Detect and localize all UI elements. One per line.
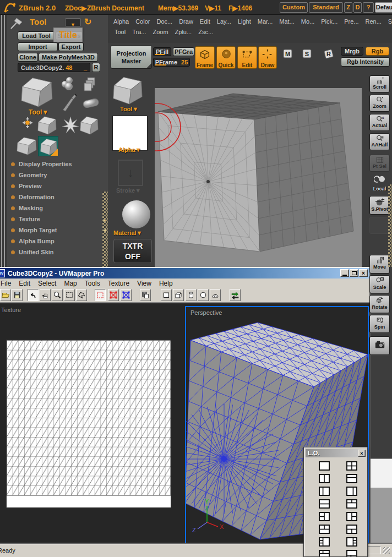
cube-tool-thumbnail[interactable] [37,115,57,135]
layout-option-vsplit[interactable] [319,474,331,484]
import-button[interactable]: Import [18,42,58,51]
move-canvas-button[interactable]: Move [369,255,390,274]
menu-preferences[interactable]: Pre... [344,18,358,25]
map-planar-button[interactable] [161,289,172,301]
strip-tool-label[interactable]: Tool▼ [120,106,138,112]
section-morph-target[interactable]: Morph Target [11,226,57,234]
draw-button[interactable]: Draw [258,46,277,69]
zdoc-menu[interactable]: ZDoc▶ [65,4,86,12]
spivot-button[interactable]: S.Pivot [369,196,390,215]
layout-option-vleft-h[interactable] [319,512,331,522]
section-texture[interactable]: Texture [11,215,40,223]
uv-map[interactable] [6,340,171,508]
make-polymesh3d-button[interactable]: Make PolyMesh3D [39,53,98,62]
select-poly-button[interactable] [76,289,87,301]
layout-palette-close-button[interactable]: × [358,450,366,457]
menu-tool[interactable]: Tool [115,29,126,35]
layout-option-hbottom-v[interactable] [346,525,358,535]
menu-transform[interactable]: Tra... [132,29,146,35]
resize-grip[interactable] [383,547,390,554]
layout-option-top-strip[interactable] [319,550,331,557]
aahalf-button[interactable]: AAHalf [369,133,390,150]
strip-material-label[interactable]: Material▼ [113,230,142,236]
uvm-menu-help[interactable]: Help [155,280,177,287]
map-cap-button[interactable] [210,289,221,301]
maximize-button[interactable] [350,269,358,277]
zoom-button[interactable] [52,289,63,301]
menu-color[interactable]: Color [135,18,150,25]
standard-tab[interactable]: Standard [309,2,343,13]
layout-palette-titlebar[interactable]: L.O. [306,449,366,457]
section-alpha-bump[interactable]: Alpha Bump [11,237,55,245]
layout-option-bottom-strip[interactable] [346,550,358,557]
section-deformation[interactable]: Deformation [11,193,55,201]
zbrush-canvas[interactable] [155,88,362,267]
divider-arrow-right-icon[interactable]: ► [102,218,107,223]
marker-red-button[interactable] [108,289,119,301]
uvm-menu-edit[interactable]: Edit [15,280,34,287]
cube-tool-thumbnail-2[interactable] [79,115,99,135]
marker-blue-button[interactable] [121,289,132,301]
layout-option-htop-v2[interactable] [319,525,331,535]
snapshot-button[interactable] [369,336,390,355]
strip-alpha-label[interactable]: Alpha▼ [118,146,141,153]
uvmapper-titlebar[interactable]: UV Cube3DCopy2 - UVMapper Pro [0,268,369,278]
scale-gyro-button[interactable]: S [301,48,313,62]
menu-zscript[interactable]: Zsc... [198,29,213,35]
frame-button[interactable]: Frame [195,46,215,69]
help-tab[interactable]: ? [363,2,374,13]
menu-render[interactable]: Ren... [366,18,382,25]
move-gizmo-icon[interactable] [22,117,33,129]
strip-stroke-label[interactable]: Stroke▼ [116,187,141,194]
selected-tool-slot[interactable] [38,136,58,156]
actual-button[interactable]: x1 Actual [369,114,390,131]
quick-button[interactable]: Quick [216,46,236,69]
map-cylinder-button[interactable] [186,289,197,301]
map-box-button[interactable] [173,289,184,301]
alpha-preview[interactable] [112,116,148,151]
local-button[interactable]: Local [369,175,390,194]
layout-option-quad[interactable] [346,461,358,472]
uvm-menu-select[interactable]: Select [34,280,60,287]
layout-option-htop[interactable] [346,474,358,484]
rgb-button[interactable]: Rgb [366,47,389,56]
divider-arrow-left-icon[interactable]: ◄ [102,228,107,233]
rotate-gyro-button[interactable]: R [323,48,335,62]
default-tab[interactable]: Defau [375,2,392,13]
menu-marker[interactable]: Mar... [258,18,273,25]
projection-master-button[interactable]: Projection Master [111,45,152,69]
stroke-preview[interactable]: ↓ [118,160,143,186]
pan-button[interactable] [40,289,51,301]
clone-button[interactable]: Clone [18,53,38,62]
close-button[interactable]: × [359,269,368,277]
open-button[interactable] [0,289,11,301]
menu-light[interactable]: Light [238,18,251,25]
uvm-menu-texture[interactable]: Texture [104,280,133,287]
knife-brush-tool-thumbnail[interactable] [61,92,79,112]
layout-option-single[interactable] [319,461,331,472]
txtr-toggle-button[interactable]: TXTR OFF [113,239,152,263]
tool-palette-dropdown[interactable]: ▼ [65,18,81,26]
uvm-menu-tools[interactable]: Tools [81,280,104,287]
texture-copy-button[interactable] [140,289,151,301]
pframe-slider[interactable]: PFrame 25 [153,58,190,67]
cube-tool-thumbnail-3[interactable] [16,136,37,156]
left-scrollbar[interactable] [0,15,7,267]
menu-zplugin[interactable]: Zplu... [175,29,192,35]
menu-draw[interactable]: Draw [179,18,193,25]
export-button[interactable]: Export [58,42,84,51]
layer-brush-tool-thumbnail[interactable] [84,77,96,92]
d-tab[interactable]: D [353,2,362,13]
select-rect-button[interactable] [64,289,75,301]
uvm-menu-view[interactable]: View [133,280,155,287]
menu-movie[interactable]: Mo... [301,18,314,25]
layout-option-vleft[interactable] [319,487,331,497]
zoom-button-zb[interactable]: Zoom [369,95,390,112]
rgb-intensity-slider[interactable]: Rgb Intensity [341,57,390,67]
layout-option-left-strip[interactable] [319,537,331,548]
layout-option-hmid[interactable] [319,499,331,510]
menu-edit[interactable]: Edit [200,18,210,25]
tool-name-field[interactable]: Cube3DCopy2. 48 _ [18,63,90,72]
section-preview[interactable]: Preview [11,182,42,190]
multi-sphere-tool-thumbnail[interactable] [61,77,75,91]
